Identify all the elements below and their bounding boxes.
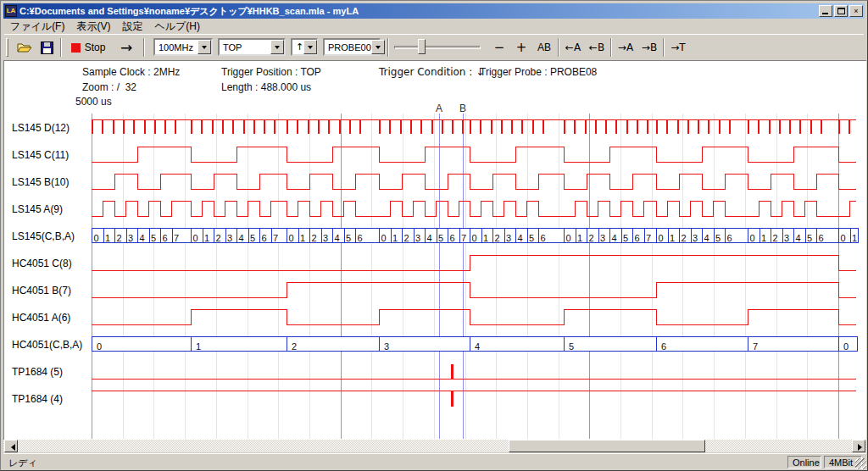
- bus-cell-value: 6: [450, 233, 455, 243]
- bus-cell-value: 1: [196, 341, 201, 352]
- bus-cell-value: 1: [204, 233, 209, 243]
- bus-cell-value: 0: [659, 233, 664, 243]
- bus-cell-value: 7: [753, 341, 758, 352]
- waveform-canvas: 0123456701234567012345601234567012345601…: [4, 61, 866, 440]
- zoom-ab-button[interactable]: AB: [533, 37, 555, 58]
- bus-cell-value: 0: [381, 233, 387, 243]
- save-floppy-icon: [41, 42, 53, 54]
- trigger-position-value: TOP: [220, 42, 270, 53]
- bus-cell-value: 1: [577, 233, 582, 243]
- bus-cell-value: 0: [94, 233, 99, 243]
- bus-cell: [287, 337, 380, 352]
- bus-cell: [565, 337, 657, 352]
- open-folder-icon: [17, 42, 32, 53]
- toolbar-separator: [610, 38, 612, 57]
- minimize-icon: [822, 13, 828, 14]
- chevron-down-icon[interactable]: [371, 40, 385, 54]
- scrollbar-thumb[interactable]: [509, 440, 705, 452]
- save-button[interactable]: [36, 37, 57, 58]
- bus-cell-value: 4: [796, 233, 801, 243]
- zoom-slider-track[interactable]: [394, 46, 481, 49]
- trigger-position-select[interactable]: TOP: [218, 38, 286, 56]
- bus-cell-value: 6: [541, 233, 546, 243]
- trace-6: [92, 283, 856, 298]
- zoom-out-button[interactable]: −: [491, 37, 508, 58]
- bus-cell-value: 1: [761, 233, 766, 243]
- bus-cell-value: 4: [518, 233, 523, 243]
- menubar: ファイル(F) 表示(V) 設定 ヘルプ(H): [4, 19, 864, 34]
- bus-cell-value: 0: [472, 233, 477, 243]
- bus-cell-value: 0: [97, 341, 102, 352]
- bus-cell-value: 5: [250, 233, 255, 243]
- arrow-right-icon: [858, 444, 865, 451]
- scroll-left-button[interactable]: [4, 440, 18, 452]
- bus-cell-value: 4: [704, 233, 709, 243]
- goto-trigger-button[interactable]: →T: [667, 37, 689, 58]
- chevron-down-icon[interactable]: [270, 40, 284, 54]
- toolbar-separator: [387, 38, 389, 57]
- bus-cell: [92, 337, 192, 352]
- zoom-in-button[interactable]: +: [513, 37, 530, 58]
- menu-view[interactable]: 表示(V): [70, 19, 116, 35]
- menu-settings[interactable]: 設定: [116, 19, 148, 35]
- bus-cell-value: 3: [323, 233, 328, 243]
- trigger-edge-value: ↑: [292, 42, 303, 53]
- bus-cell-value: 5: [529, 233, 534, 243]
- trigger-edge-select[interactable]: ↑: [291, 38, 318, 56]
- goto-cursor-b-button[interactable]: ←B: [586, 37, 608, 58]
- bus-cell-value: 6: [262, 233, 267, 243]
- bus-cell: [748, 337, 839, 352]
- bus-cell-value: 3: [506, 233, 511, 243]
- bus-cell-value: 2: [312, 233, 317, 243]
- trace-5: [92, 256, 856, 271]
- resize-grip[interactable]: [855, 458, 866, 469]
- bus-cell-value: 5: [807, 233, 812, 243]
- sample-clock-select[interactable]: 100MHz: [153, 38, 213, 56]
- bus-cell-value: 3: [693, 233, 698, 243]
- bus-cell-value: 5: [151, 233, 156, 243]
- bus-cell-value: 1: [105, 233, 110, 243]
- menu-file[interactable]: ファイル(F): [4, 19, 70, 35]
- trigger-probe-select[interactable]: PROBE00: [323, 38, 381, 56]
- menu-help[interactable]: ヘルプ(H): [148, 19, 206, 35]
- close-button[interactable]: ×: [849, 5, 863, 17]
- bus-cell-value: 7: [174, 233, 179, 243]
- stop-button[interactable]: Stop: [67, 37, 109, 58]
- app-icon: LA: [5, 5, 17, 17]
- bus-cell-value: 4: [427, 233, 432, 243]
- trigger-probe-value: PROBE00: [325, 42, 371, 53]
- run-button[interactable]: →: [114, 37, 138, 58]
- goto-cursor-a-button[interactable]: ←A: [562, 37, 584, 58]
- titlebar: LA C:¥Documents and Settings¥noname¥デスクト…: [3, 3, 865, 19]
- bus-cell: [470, 337, 565, 352]
- bus-cell-value: 6: [727, 233, 732, 243]
- minimize-button[interactable]: [819, 5, 832, 17]
- bus-cell-value: 4: [475, 341, 480, 352]
- stop-label: Stop: [85, 42, 106, 53]
- bus-cell-value: 3: [384, 341, 389, 352]
- bus-cell-value: 5: [346, 233, 351, 243]
- bus-cell-value: 7: [646, 233, 651, 243]
- chevron-down-icon[interactable]: [303, 40, 317, 54]
- trace-2: [92, 175, 856, 190]
- horizontal-scrollbar[interactable]: [3, 440, 866, 452]
- bus-cell-value: 1: [852, 233, 857, 243]
- bus-cell-value: 1: [392, 233, 398, 243]
- waveform-view: Sample Clock : 2MHz Zoom : / 32 Trigger …: [3, 60, 866, 440]
- status-ready: レディ: [8, 457, 37, 469]
- zoom-slider-thumb[interactable]: [418, 39, 426, 54]
- set-cursor-b-button[interactable]: →B: [638, 37, 660, 58]
- bus-cell-value: 2: [773, 233, 778, 243]
- bus-cell-value: 0: [750, 233, 755, 243]
- open-button[interactable]: [14, 37, 35, 58]
- scroll-right-button[interactable]: [852, 440, 865, 452]
- bus-cell-value: 6: [358, 233, 363, 243]
- bus-cell-value: 4: [335, 233, 340, 243]
- bus-cell-value: 2: [682, 233, 687, 243]
- set-cursor-a-button[interactable]: →A: [615, 37, 637, 58]
- chevron-down-icon[interactable]: [198, 40, 211, 54]
- maximize-button[interactable]: [834, 5, 848, 17]
- stop-icon: [71, 43, 81, 53]
- toolbar-separator: [60, 38, 62, 57]
- zoom-slider[interactable]: [394, 38, 481, 56]
